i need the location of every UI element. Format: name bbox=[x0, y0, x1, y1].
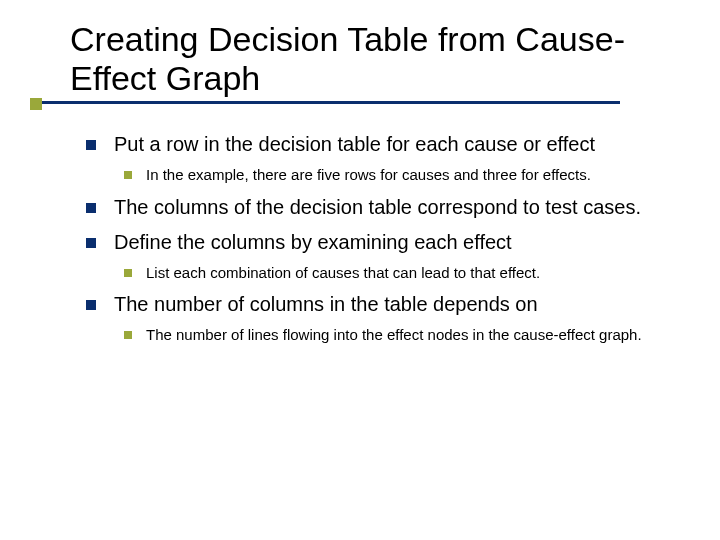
list-item: The number of lines flowing into the eff… bbox=[124, 325, 680, 345]
bullet-text: Put a row in the decision table for each… bbox=[114, 133, 595, 155]
list-item: In the example, there are five rows for … bbox=[124, 165, 680, 185]
title-underline bbox=[42, 101, 620, 104]
slide: Creating Decision Table from Cause-Effec… bbox=[0, 0, 720, 540]
list-item: The columns of the decision table corres… bbox=[86, 195, 680, 220]
sub-bullet-list: In the example, there are five rows for … bbox=[124, 165, 680, 185]
list-item: List each combination of causes that can… bbox=[124, 263, 680, 283]
title-accent-square bbox=[30, 98, 42, 110]
list-item: Put a row in the decision table for each… bbox=[86, 132, 680, 185]
bullet-list: Put a row in the decision table for each… bbox=[86, 132, 680, 345]
sub-bullet-list: The number of lines flowing into the eff… bbox=[124, 325, 680, 345]
title-block: Creating Decision Table from Cause-Effec… bbox=[70, 20, 680, 98]
list-item: The number of columns in the table depen… bbox=[86, 292, 680, 345]
list-item: Define the columns by examining each eff… bbox=[86, 230, 680, 283]
bullet-text: The number of lines flowing into the eff… bbox=[146, 326, 642, 343]
bullet-text: In the example, there are five rows for … bbox=[146, 166, 591, 183]
bullet-text: The number of columns in the table depen… bbox=[114, 293, 538, 315]
slide-title: Creating Decision Table from Cause-Effec… bbox=[70, 20, 680, 98]
sub-bullet-list: List each combination of causes that can… bbox=[124, 263, 680, 283]
bullet-text: List each combination of causes that can… bbox=[146, 264, 540, 281]
bullet-text: Define the columns by examining each eff… bbox=[114, 231, 512, 253]
bullet-text: The columns of the decision table corres… bbox=[114, 196, 641, 218]
content-area: Put a row in the decision table for each… bbox=[86, 132, 680, 345]
